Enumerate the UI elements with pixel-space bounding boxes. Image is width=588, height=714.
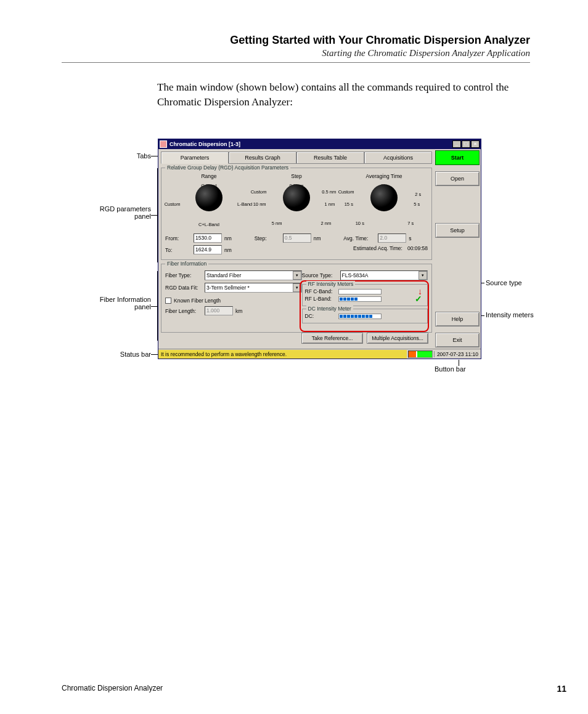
avg-tick-br: 5 s bbox=[414, 201, 420, 207]
source-type-select[interactable]: FLS-5834A bbox=[340, 270, 428, 280]
dc-meter bbox=[338, 314, 382, 319]
range-tick-right: L-Band bbox=[237, 201, 252, 207]
tab-results-graph[interactable]: Results Graph bbox=[229, 152, 296, 164]
step-dial[interactable] bbox=[283, 184, 310, 211]
avg-header: Averaging Time bbox=[341, 173, 428, 179]
tab-acquisitions[interactable]: Acquisitions bbox=[364, 152, 432, 164]
avg-tick-right: 2 s bbox=[415, 192, 421, 197]
callout-intensity: Intensity meters bbox=[486, 311, 541, 318]
step-tick-bottom: 5 nm bbox=[272, 221, 282, 226]
callout-rgd-text: RGD parameters panel bbox=[100, 205, 151, 220]
known-length-checkbox[interactable] bbox=[165, 298, 171, 304]
dc-label: DC: bbox=[305, 313, 336, 319]
avg-input: 2.0 bbox=[378, 233, 406, 243]
range-tick-left: Custom bbox=[165, 201, 181, 207]
source-type-label: Source Type: bbox=[302, 272, 338, 278]
range-column: Range C-Band Custom L-Band C+L-Band bbox=[166, 173, 253, 226]
dropdown-icon bbox=[293, 271, 301, 280]
open-button[interactable]: Open bbox=[435, 171, 480, 186]
step-input: 0.5 bbox=[283, 233, 311, 243]
status-time: 2007-07-23 11:10 bbox=[434, 351, 481, 357]
step-column: Step 0.2 nm 0.5 nm 1 nm 2 nm 5 nm 10 nm … bbox=[253, 173, 340, 226]
rf-meters-title: RF Intensity Meters bbox=[306, 281, 356, 287]
fiber-type-select[interactable]: Standard Fiber bbox=[205, 270, 302, 280]
from-input[interactable]: 1530.0 bbox=[194, 233, 222, 243]
callout-buttonbar: Button bar bbox=[435, 365, 490, 373]
close-button[interactable]: × bbox=[471, 140, 480, 148]
tab-results-table[interactable]: Results Table bbox=[296, 152, 364, 164]
check-icon: ✓ bbox=[415, 296, 422, 302]
rf-meters-group: RF Intensity Meters RF C-Band: ↓ RF L-Ba… bbox=[302, 284, 428, 306]
start-button[interactable]: Start bbox=[435, 150, 480, 165]
step-tick-bl: 10 nm bbox=[253, 201, 266, 207]
callout-line bbox=[151, 215, 157, 216]
take-reference-button[interactable]: Take Reference... bbox=[301, 333, 363, 344]
fit-value: 3-Term Sellmeier * bbox=[206, 285, 250, 291]
eta-label: Estimated Acq. Time: bbox=[353, 245, 402, 251]
callout-fiber: Fiber Information panel bbox=[86, 296, 151, 310]
setup-button[interactable]: Setup bbox=[435, 223, 480, 238]
known-length-label: Known Fiber Length bbox=[174, 298, 221, 304]
from-unit: nm bbox=[224, 235, 232, 241]
rgd-group: Relative Group Delay (RGD) Acquisition P… bbox=[161, 168, 432, 260]
dc-meter-title: DC Intensity Meter bbox=[306, 306, 353, 312]
rf-l-label: RF L-Band: bbox=[305, 296, 336, 302]
section-subtitle: Starting the Chromatic Dispersion Analyz… bbox=[62, 48, 530, 59]
help-button[interactable]: Help bbox=[435, 312, 480, 327]
titlebar: Chromatic Dispersion [1-3] _ □ × bbox=[158, 139, 481, 149]
avg-dial[interactable] bbox=[370, 184, 398, 211]
section-title: Getting Started with Your Chromatic Disp… bbox=[62, 34, 530, 47]
maximize-button[interactable]: □ bbox=[462, 140, 470, 148]
callout-line bbox=[459, 360, 459, 366]
fiber-type-label: Fiber Type: bbox=[165, 272, 202, 278]
callout-rgd: RGD parameters panel bbox=[86, 205, 151, 220]
window-title: Chromatic Dispersion [1-3] bbox=[169, 141, 452, 147]
callout-fiber-text: Fiber Information panel bbox=[100, 296, 151, 310]
status-indicator bbox=[408, 351, 433, 358]
fit-label: RGD Data Fit: bbox=[165, 285, 202, 291]
callout-status: Status bar bbox=[92, 351, 151, 358]
step-label: Step: bbox=[255, 235, 280, 241]
range-dial[interactable] bbox=[195, 184, 223, 211]
fiber-group-title: Fiber Information bbox=[165, 261, 208, 267]
fit-select[interactable]: 3-Term Sellmeier * bbox=[205, 283, 302, 293]
dropdown-icon bbox=[419, 271, 427, 280]
rf-l-meter bbox=[338, 296, 382, 302]
to-label: To: bbox=[165, 247, 191, 253]
callout-intensity-text: Intensity meters bbox=[486, 311, 534, 318]
avg-tick-bl: 10 s bbox=[356, 221, 364, 226]
tab-parameters[interactable]: Parameters bbox=[161, 152, 229, 164]
callout-line bbox=[151, 306, 157, 307]
source-type-value: FLS-5834A bbox=[342, 272, 369, 278]
status-bar: It is recommended to perform a wavelengt… bbox=[158, 349, 481, 359]
horizontal-rule bbox=[62, 62, 530, 63]
step-tick-left: Custom bbox=[251, 189, 267, 195]
minimize-button[interactable]: _ bbox=[452, 140, 461, 148]
step-tick-br: 2 nm bbox=[321, 221, 332, 226]
eta-value: 00:09:58 bbox=[407, 245, 428, 251]
multiple-acquisitions-button[interactable]: Multiple Acquisitions... bbox=[367, 333, 428, 344]
app-icon bbox=[160, 140, 167, 148]
to-input[interactable]: 1624.9 bbox=[194, 245, 222, 254]
range-header: Range bbox=[166, 173, 253, 179]
step-tick-right: 1 nm bbox=[325, 201, 335, 207]
length-unit: km bbox=[235, 308, 242, 314]
length-input: 1.000 bbox=[205, 306, 233, 315]
fiber-group: Fiber Information Fiber Type: Standard F… bbox=[161, 264, 432, 333]
length-label: Fiber Length: bbox=[165, 308, 202, 314]
status-message: It is recommended to perform a wavelengt… bbox=[158, 350, 407, 359]
footer-page-number: 11 bbox=[557, 684, 566, 694]
avg-tick-left: 15 s bbox=[345, 201, 353, 207]
button-bar: Start Open Setup Help Exit bbox=[435, 150, 480, 347]
step-header: Step bbox=[253, 173, 340, 179]
avg-label: Avg. Time: bbox=[343, 235, 375, 241]
from-label: From: bbox=[165, 235, 191, 241]
to-unit: nm bbox=[224, 247, 232, 253]
intro-paragraph: The main window (shown below) contains a… bbox=[157, 80, 527, 110]
avg-tick-tl: Custom bbox=[338, 189, 354, 195]
rf-c-label: RF C-Band: bbox=[305, 288, 336, 294]
dc-meter-group: DC Intensity Meter DC: bbox=[302, 309, 428, 323]
step-tick-topright: 0.5 nm bbox=[322, 189, 336, 195]
exit-button[interactable]: Exit bbox=[435, 333, 480, 347]
footer-product: Chromatic Dispersion Analyzer bbox=[62, 684, 163, 694]
